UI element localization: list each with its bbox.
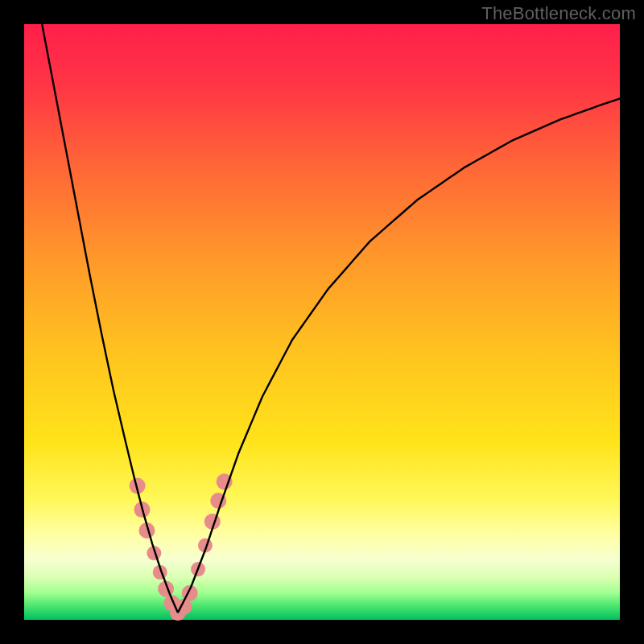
watermark-text: TheBottleneck.com: [481, 3, 636, 24]
bottleneck-chart: [0, 0, 644, 644]
plot-background: [24, 24, 620, 620]
chart-frame: TheBottleneck.com: [0, 0, 644, 644]
